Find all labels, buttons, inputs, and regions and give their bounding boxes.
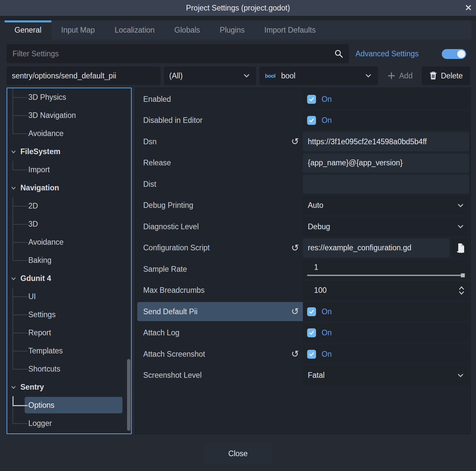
checkbox-field[interactable]: On bbox=[303, 111, 469, 130]
checkbox-state-label: On bbox=[322, 350, 332, 359]
setting-label: Screenshot Level bbox=[143, 371, 202, 380]
tree-item-templates[interactable]: Templates bbox=[7, 342, 131, 360]
chevron-down-icon bbox=[456, 222, 465, 231]
dropdown-value: Auto bbox=[308, 201, 323, 210]
tree-item-shortcuts[interactable]: Shortcuts bbox=[7, 360, 131, 378]
tree-item-avoidance[interactable]: Avoidance bbox=[7, 125, 131, 143]
close-button[interactable]: Close bbox=[204, 443, 272, 464]
slider-track[interactable] bbox=[307, 275, 464, 276]
property-path-input[interactable] bbox=[7, 67, 161, 85]
setting-row-sample-rate: Sample Rate 1 bbox=[137, 260, 469, 279]
advanced-settings-label: Advanced Settings bbox=[356, 44, 419, 63]
checkbox-field[interactable]: On bbox=[303, 90, 469, 109]
tab-globals[interactable]: Globals bbox=[165, 20, 210, 40]
text-field[interactable] bbox=[303, 175, 469, 194]
checkbox-field[interactable]: On bbox=[303, 323, 469, 343]
bool-type-icon: bool bbox=[265, 72, 278, 80]
text-field[interactable]: https://3f1e095cf2e14598a0bd5b4ff bbox=[303, 132, 469, 151]
checkbox-field[interactable]: On bbox=[303, 302, 469, 321]
script-path-field[interactable]: res://example_configuration.gd bbox=[303, 238, 449, 258]
title-bar: Project Settings (project.godot) ✕ bbox=[0, 0, 476, 16]
slider-grabber[interactable] bbox=[461, 273, 465, 277]
setting-label: Configuration Script bbox=[143, 243, 210, 252]
tab-general[interactable]: General bbox=[5, 20, 51, 40]
tab-import-defaults[interactable]: Import Defaults bbox=[254, 20, 326, 40]
tab-localization[interactable]: Localization bbox=[105, 20, 164, 40]
text-field[interactable]: {app_name}@{app_version} bbox=[303, 153, 469, 173]
highlighted-setting-label-area[interactable]: Send Default Pii↺ bbox=[137, 302, 303, 321]
tree-item-logger[interactable]: Logger bbox=[7, 414, 131, 432]
tree-section-gdunit4[interactable]: Gdunit 4 bbox=[7, 269, 131, 288]
setting-label: Attach Screenshot bbox=[143, 350, 205, 359]
tree-item-options[interactable]: Options bbox=[7, 396, 131, 414]
revert-icon[interactable]: ↺ bbox=[291, 349, 299, 359]
delete-property-button[interactable]: Delete bbox=[422, 67, 470, 85]
tree-item-3d-physics[interactable]: 3D Physics bbox=[7, 88, 131, 106]
setting-row-enabled: Enabled On bbox=[137, 90, 469, 109]
advanced-settings-toggle[interactable] bbox=[442, 49, 466, 59]
dropdown-field[interactable]: Auto bbox=[303, 196, 469, 215]
feature-filter-value: (All) bbox=[169, 71, 183, 80]
tree-item-baking[interactable]: Baking bbox=[7, 251, 131, 269]
tree-scrollbar-thumb[interactable] bbox=[127, 359, 130, 431]
setting-row-attach-screenshot: Attach Screenshot↺ On bbox=[137, 345, 469, 364]
checkbox-state-label: On bbox=[322, 328, 332, 337]
revert-icon[interactable]: ↺ bbox=[291, 137, 299, 146]
settings-inspector: Enabled On Disabled in Editor On Dsn↺ ht… bbox=[135, 88, 471, 434]
revert-icon[interactable]: ↺ bbox=[291, 307, 299, 316]
add-property-button[interactable]: Add bbox=[381, 67, 418, 85]
dropdown-field[interactable]: Fatal bbox=[303, 366, 469, 385]
checkbox-checked-icon[interactable] bbox=[307, 95, 316, 104]
spinbox-value: 100 bbox=[314, 286, 327, 295]
filter-settings-input[interactable] bbox=[7, 44, 349, 63]
tree-item-avoidance-2[interactable]: Avoidance bbox=[7, 233, 131, 251]
tree-section-sentry[interactable]: Sentry bbox=[7, 378, 131, 396]
chevron-down-icon bbox=[456, 201, 465, 210]
checkbox-checked-icon[interactable] bbox=[307, 116, 316, 125]
dropdown-value: Debug bbox=[308, 222, 330, 231]
setting-row-max-breadcrumbs: Max Breadcrumbs 100 bbox=[137, 281, 469, 300]
slider-field[interactable]: 1 bbox=[303, 260, 469, 279]
tree-item-report[interactable]: Report bbox=[7, 324, 131, 342]
tree-item-2d[interactable]: 2D bbox=[7, 197, 131, 215]
chevron-down-icon bbox=[364, 71, 373, 80]
spinbox-field[interactable]: 100 bbox=[303, 281, 469, 300]
chevron-down-icon bbox=[11, 185, 16, 191]
tree-section-filesystem[interactable]: FileSystem bbox=[7, 143, 131, 161]
setting-row-send-default-pii: Send Default Pii↺ On bbox=[137, 302, 469, 321]
setting-label: Dsn bbox=[143, 137, 157, 146]
checkbox-state-label: On bbox=[322, 307, 332, 316]
spinbox-updown-icon[interactable] bbox=[458, 285, 465, 296]
tab-plugins[interactable]: Plugins bbox=[210, 20, 254, 40]
type-value: bool bbox=[281, 71, 295, 80]
toggle-knob bbox=[457, 50, 465, 58]
edit-script-button[interactable] bbox=[452, 238, 469, 258]
script-file-icon bbox=[456, 243, 465, 253]
tree-item-settings[interactable]: Settings bbox=[7, 306, 131, 324]
checkbox-checked-icon[interactable] bbox=[307, 307, 316, 316]
dropdown-value: Fatal bbox=[308, 371, 325, 380]
tree-section-navigation[interactable]: Navigation bbox=[7, 179, 131, 197]
checkbox-checked-icon[interactable] bbox=[307, 350, 316, 359]
setting-label: Dist bbox=[143, 180, 156, 189]
chevron-down-icon bbox=[11, 276, 16, 282]
tree-item-import[interactable]: Import bbox=[7, 161, 131, 179]
tree-item-3d[interactable]: 3D bbox=[7, 215, 131, 233]
script-path-value: res://example_configuration.gd bbox=[308, 243, 411, 252]
chevron-down-icon bbox=[242, 71, 251, 80]
tree-item-ui[interactable]: UI bbox=[7, 288, 131, 306]
setting-label: Max Breadcrumbs bbox=[143, 286, 205, 295]
slider-value: 1 bbox=[314, 263, 318, 272]
setting-label: Send Default Pii bbox=[143, 307, 198, 316]
feature-filter-dropdown[interactable]: (All) bbox=[164, 67, 256, 85]
tab-input-map[interactable]: Input Map bbox=[51, 20, 105, 40]
revert-icon[interactable]: ↺ bbox=[291, 243, 299, 253]
checkbox-checked-icon[interactable] bbox=[307, 328, 316, 337]
setting-row-disabled-in-editor: Disabled in Editor On bbox=[137, 111, 469, 130]
dropdown-field[interactable]: Debug bbox=[303, 217, 469, 236]
settings-tree: 3D Physics 3D Navigation Avoidance FileS… bbox=[7, 88, 132, 434]
tree-item-3d-navigation[interactable]: 3D Navigation bbox=[7, 106, 131, 125]
type-dropdown[interactable]: bool bool bbox=[259, 67, 378, 85]
close-icon[interactable]: ✕ bbox=[464, 0, 472, 16]
checkbox-field[interactable]: On bbox=[303, 345, 469, 364]
